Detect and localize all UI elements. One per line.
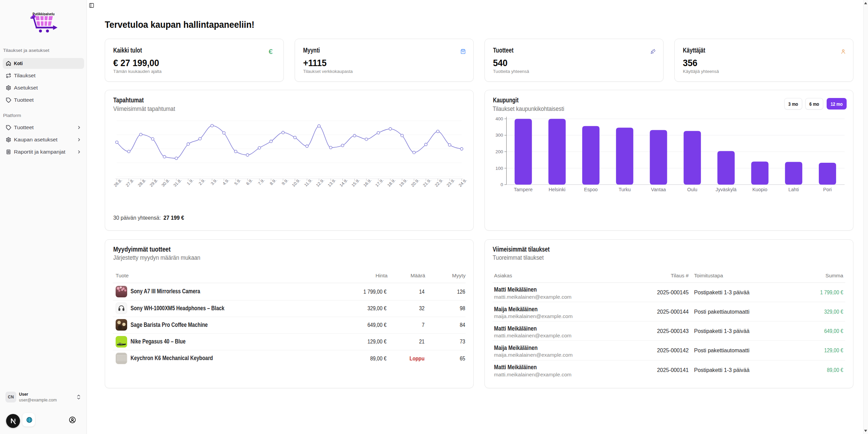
svg-text:28.8.: 28.8. [137, 178, 147, 188]
svg-text:100: 100 [495, 166, 503, 171]
svg-text:4.9.: 4.9. [222, 178, 230, 186]
svg-text:14.9.: 14.9. [339, 178, 349, 188]
svg-text:Kuopio: Kuopio [752, 187, 767, 192]
svg-text:13.9.: 13.9. [327, 178, 337, 188]
svg-text:Jyväskylä: Jyväskylä [716, 187, 737, 192]
svg-text:27.8.: 27.8. [125, 178, 135, 188]
svg-text:10.9.: 10.9. [291, 178, 301, 188]
svg-text:9.9.: 9.9. [281, 178, 289, 186]
svg-text:16.9.: 16.9. [362, 178, 373, 188]
svg-text:5.9.: 5.9. [234, 178, 242, 186]
svg-text:6.9.: 6.9. [245, 178, 254, 186]
svg-text:Lahti: Lahti [788, 187, 799, 192]
svg-text:21.9.: 21.9. [422, 178, 432, 188]
svg-text:19.9.: 19.9. [398, 178, 408, 188]
svg-text:29.8.: 29.8. [149, 178, 159, 188]
svg-text:3.9.: 3.9. [210, 178, 218, 186]
svg-text:12.9.: 12.9. [315, 178, 325, 188]
svg-text:Espoo: Espoo [584, 187, 597, 192]
svg-text:22.9.: 22.9. [434, 178, 444, 188]
svg-text:7.9.: 7.9. [257, 178, 265, 186]
svg-text:Helsinki: Helsinki [549, 187, 566, 192]
svg-text:11.9.: 11.9. [303, 178, 313, 188]
svg-text:30.8.: 30.8. [161, 178, 171, 188]
svg-text:20.9.: 20.9. [410, 178, 420, 188]
svg-text:15.9.: 15.9. [351, 178, 361, 188]
svg-text:1.9.: 1.9. [186, 178, 195, 186]
svg-text:8.9.: 8.9. [269, 178, 277, 186]
svg-text:400: 400 [495, 116, 503, 121]
svg-text:Turku: Turku [618, 187, 631, 192]
svg-text:200: 200 [495, 149, 503, 154]
svg-text:31.8.: 31.8. [173, 178, 183, 188]
svg-text:23.9.: 23.9. [446, 178, 456, 188]
svg-text:2.9.: 2.9. [198, 178, 206, 186]
svg-text:17.9.: 17.9. [374, 178, 384, 188]
svg-text:Vantaa: Vantaa [651, 187, 666, 192]
svg-text:18.9.: 18.9. [387, 178, 397, 188]
svg-text:0: 0 [500, 182, 503, 187]
svg-text:Pori: Pori [823, 187, 832, 192]
svg-text:24.9.: 24.9. [458, 178, 468, 188]
svg-text:Tampere: Tampere [514, 187, 533, 192]
svg-text:26.8.: 26.8. [113, 178, 123, 188]
svg-text:Oulu: Oulu [687, 187, 697, 192]
svg-text:300: 300 [495, 133, 503, 138]
